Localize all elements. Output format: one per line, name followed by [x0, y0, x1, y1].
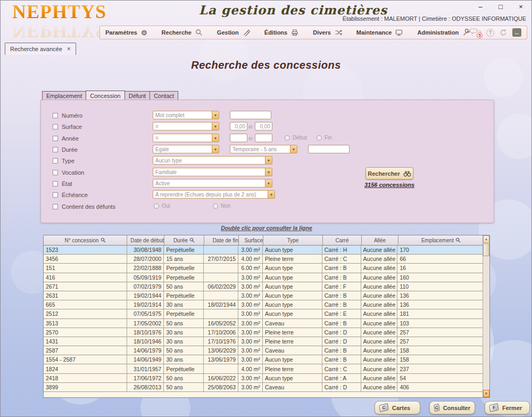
table-cell: Carré : C: [322, 255, 361, 263]
type-select[interactable]: Aucun type ▼: [153, 156, 272, 165]
consulter-button[interactable]: C Consulter: [429, 401, 475, 414]
table-row[interactable]: 351317/05/200250 ans16/05/20523.00 m²Cav…: [44, 319, 483, 328]
table-row[interactable]: 1554 - 258714/06/194930 ans13/06/19793.0…: [44, 355, 483, 364]
table-cell: Aucune allée: [361, 255, 398, 263]
refresh-icon[interactable]: [499, 28, 508, 37]
search-icon[interactable]: [189, 238, 195, 243]
search-icon[interactable]: [101, 238, 106, 243]
table-row[interactable]: 258714/06/197950 ans13/06/20293.00 m²Cav…: [44, 346, 483, 355]
duree-extra-input[interactable]: [308, 145, 350, 153]
messages-icon[interactable]: 5: [470, 28, 481, 37]
table-cell: 30 ans: [164, 355, 204, 364]
scroll-up-icon[interactable]: ▲: [483, 235, 489, 243]
search-icon[interactable]: [455, 238, 461, 243]
table-row[interactable]: 66519/02/191430 ans18/02/19443.00 m²Aucu…: [44, 300, 483, 309]
defunts-radio-oui[interactable]: Oui: [154, 203, 170, 209]
menu-divers[interactable]: Divers: [313, 29, 342, 36]
tab-label: Recherche avancée: [10, 46, 62, 52]
numero-checkbox[interactable]: [53, 113, 58, 118]
column-header-date-debut[interactable]: Date de début: [127, 235, 164, 245]
table-row[interactable]: 241817/06/197250 ans16/06/20223.00 m²Auc…: [44, 374, 483, 383]
table-row[interactable]: 15122/02/1888Perpétuelle6.00 m²Aucun typ…: [44, 264, 483, 273]
chevron-down-icon: ▼: [212, 111, 219, 119]
column-header-concession[interactable]: N° concession: [44, 235, 127, 245]
numero-operator-select[interactable]: Mot complet ▼: [153, 111, 219, 119]
surface-to-input[interactable]: 0,00: [255, 122, 272, 130]
annee-radio-debut[interactable]: Début: [285, 135, 307, 141]
echeance-select[interactable]: A reprendre (Échues depuis plus de 2 ans…: [153, 190, 275, 199]
numero-input[interactable]: [230, 111, 271, 119]
minimize-button[interactable]: –: [476, 3, 485, 11]
shuffle-icon: [335, 29, 342, 36]
help-icon[interactable]: ?: [486, 29, 494, 37]
annee-et-label: et: [248, 136, 253, 141]
fermer-button[interactable]: F Fermer: [485, 401, 530, 414]
echeance-label: Échéance: [62, 192, 88, 198]
menu-editions[interactable]: Éditions: [264, 29, 298, 36]
scrollbar-thumb[interactable]: [483, 243, 489, 256]
table-cell: 31/01/1957: [127, 364, 164, 373]
surface-checkbox[interactable]: [53, 124, 58, 129]
table-row[interactable]: 267107/02/197950 ans06/02/20293.00 m²Auc…: [44, 282, 483, 291]
resize-icon[interactable]: ↔: [512, 28, 521, 37]
table-cell: Carré : B: [322, 273, 361, 282]
table-cell: 26/08/2013: [127, 383, 164, 391]
scroll-down-icon[interactable]: ▼: [483, 390, 489, 397]
table-cell: [204, 364, 238, 373]
close-button[interactable]: ×: [517, 3, 525, 11]
table-row[interactable]: 257018/10/197630 ans17/10/20063.00 m²Ple…: [44, 328, 483, 337]
tab-recherche-avancee[interactable]: Recherche avancée ×: [5, 43, 76, 55]
vocation-select[interactable]: Familiale ▼: [153, 168, 272, 176]
table-row[interactable]: 152330/08/1948Perpétuelle3.00 m²Aucun ty…: [44, 246, 483, 255]
tab-close-icon[interactable]: ×: [67, 45, 71, 53]
table-cell: 2512: [44, 309, 127, 318]
table-cell: 14/06/1949: [127, 355, 164, 364]
type-checkbox[interactable]: [53, 158, 58, 163]
menu-recherche[interactable]: Recherche: [162, 29, 203, 36]
menu-maintenance[interactable]: Maintenance: [356, 29, 403, 36]
table-row[interactable]: 345628/07/200015 ans27/07/20154.00 m²Ple…: [44, 255, 483, 264]
table-row[interactable]: 182431/01/1957Perpétuelle4.00 m²Pleine t…: [44, 364, 483, 373]
table-row[interactable]: 41605/09/1919Perpétuelle3.00 m²Aucun typ…: [44, 273, 483, 282]
surface-from-input[interactable]: 0,00: [230, 122, 247, 130]
etat-checkbox[interactable]: [53, 181, 58, 186]
annee-radio-fin[interactable]: Fin: [317, 135, 332, 141]
echeance-checkbox[interactable]: [53, 192, 58, 198]
table-cell: 30 ans: [164, 337, 204, 346]
cartes-button[interactable]: C Cartes: [375, 401, 420, 414]
annee-to-input[interactable]: [255, 134, 272, 142]
surface-operator-select[interactable]: = ▼: [153, 122, 219, 130]
menu-parametres[interactable]: Paramètres ⚙: [105, 29, 147, 36]
defunts-radio-non[interactable]: Non: [213, 203, 230, 209]
duree-value-select[interactable]: Temporaire - 5 ans ▼: [230, 145, 297, 153]
table-row[interactable]: 251207/05/1975Perpétuelle3.00 m²Aucun ty…: [44, 309, 483, 318]
table-row[interactable]: 389926/08/201350 ans25/08/20633.00 m²Cav…: [44, 383, 483, 392]
column-header-date-fin[interactable]: Date de fin: [204, 235, 239, 245]
column-header-carre[interactable]: Carré: [323, 235, 362, 245]
maximize-button[interactable]: □: [496, 3, 505, 11]
duree-operator-select[interactable]: Égale ▼: [153, 145, 219, 153]
duree-checkbox[interactable]: [53, 147, 58, 152]
annee-checkbox[interactable]: [53, 136, 58, 141]
rechercher-button[interactable]: Rechercher: [365, 167, 413, 179]
table-cell: 50 ans: [164, 346, 204, 355]
column-header-emplacement[interactable]: Emplacement: [398, 235, 484, 245]
column-header-allee[interactable]: Allée: [362, 235, 398, 245]
annee-from-input[interactable]: [230, 134, 247, 142]
table-row[interactable]: 143118/10/194630 ans17/10/19763.00 m²Ple…: [44, 337, 483, 346]
column-header-duree[interactable]: Durée: [164, 235, 204, 245]
table-scrollbar[interactable]: ▲ ▼: [483, 235, 489, 397]
results-count-link[interactable]: 3156 concessions: [352, 182, 427, 188]
etat-select[interactable]: Active ▼: [153, 179, 272, 187]
menu-administration[interactable]: Administration: [417, 29, 470, 36]
annee-operator-select[interactable]: = ▼: [153, 134, 219, 142]
column-header-surface[interactable]: Surface: [239, 235, 263, 245]
menu-gestion[interactable]: Gestion: [217, 29, 250, 36]
table-cell: 17/10/2006: [204, 328, 238, 337]
table-cell: Aucun type: [263, 246, 322, 254]
table-cell: Perpétuelle: [164, 273, 204, 282]
column-header-type[interactable]: Type: [263, 235, 323, 245]
vocation-checkbox[interactable]: [53, 170, 58, 175]
defunts-checkbox[interactable]: [53, 204, 58, 209]
table-row[interactable]: 263119/02/1944Perpétuelle3.00 m²Aucun ty…: [44, 291, 483, 300]
